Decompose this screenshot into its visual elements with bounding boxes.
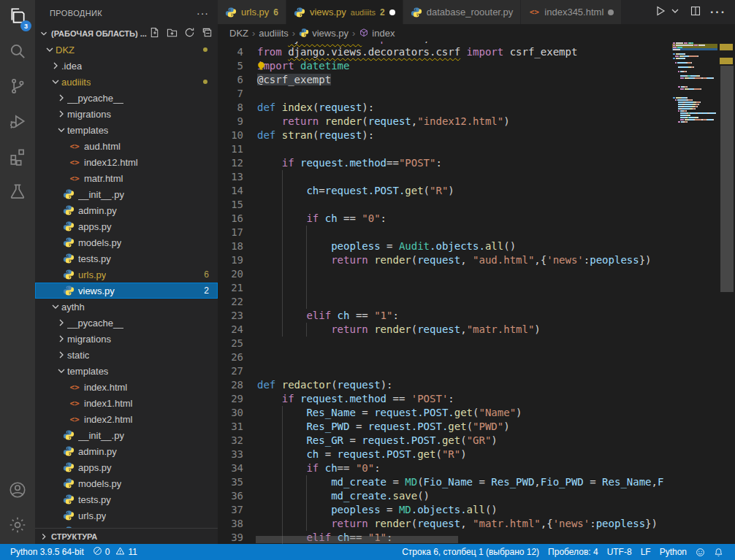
activity-source-control[interactable] xyxy=(0,70,35,105)
tree-file-models-py[interactable]: models.py xyxy=(35,475,218,491)
line-content[interactable]: Res_GR = request.POST.get("GR") xyxy=(243,434,672,448)
cursor-position-status[interactable]: Строка 6, столбец 1 (выбрано 12) xyxy=(397,544,544,560)
tree-folder-aythh[interactable]: aythh xyxy=(35,299,218,315)
line-number[interactable]: 33 xyxy=(218,448,243,461)
line-content[interactable] xyxy=(243,281,672,295)
line-number[interactable]: 19 xyxy=(218,253,243,267)
line-number[interactable]: 24 xyxy=(218,323,243,337)
minimap[interactable] xyxy=(672,42,717,544)
tree-file-models-py[interactable]: models.py xyxy=(35,234,218,250)
code-line-16[interactable]: 16 if ch == "0": xyxy=(218,212,672,226)
line-number[interactable]: 4 xyxy=(218,45,243,59)
tab-urls-py[interactable]: urls.py6 xyxy=(218,0,286,24)
code-line-28[interactable]: 28def redactor(request): xyxy=(218,378,672,392)
activity-search[interactable] xyxy=(0,35,35,70)
line-content[interactable]: from django.views.decorators.csrf import… xyxy=(243,45,672,59)
line-number[interactable]: 16 xyxy=(218,212,243,226)
line-content[interactable]: return render(request,"index12.html") xyxy=(243,115,672,129)
tree-folder-migrations[interactable]: migrations xyxy=(35,106,218,122)
tree-file-apps-py[interactable]: apps.py xyxy=(35,459,218,475)
code-line-31[interactable]: 31 Res_PWD = request.POST.get("PWD") xyxy=(218,420,672,434)
activity-testing[interactable] xyxy=(0,175,35,210)
tree-file-index-html[interactable]: <>index.html xyxy=(35,379,218,395)
line-number[interactable]: 15 xyxy=(218,198,243,212)
tree-file-urls-py[interactable]: urls.py6 xyxy=(35,266,218,283)
tab-views-py[interactable]: views.pyaudiiits2 xyxy=(286,0,403,24)
line-number[interactable]: 23 xyxy=(218,309,243,323)
breadcrumb-item-views-py[interactable]: views.py xyxy=(299,28,349,39)
line-number[interactable]: 31 xyxy=(218,420,243,434)
tree-folder-static[interactable]: static xyxy=(35,347,218,363)
code-line-34[interactable]: 34 if ch== "0": xyxy=(218,461,672,475)
activity-account[interactable] xyxy=(0,474,35,509)
line-content[interactable]: peopless = MD.objects.all() xyxy=(243,503,672,517)
line-content[interactable]: md_create.save() xyxy=(243,489,672,503)
line-content[interactable]: ch = request.POST.get("R") xyxy=(243,448,672,461)
code-line-10[interactable]: 10def stran(request): xyxy=(218,129,672,142)
tree-file--init-py[interactable]: __init__.py xyxy=(35,186,218,202)
line-content[interactable]: return render(request,"matr.html") xyxy=(243,323,672,337)
line-number[interactable]: 26 xyxy=(218,350,243,364)
more-actions-button[interactable]: ··· xyxy=(710,6,726,19)
line-number[interactable]: 21 xyxy=(218,281,243,295)
line-number[interactable]: 6 xyxy=(218,73,243,87)
line-number[interactable]: 11 xyxy=(218,142,243,156)
encoding-status[interactable]: UTF-8 xyxy=(603,544,636,560)
tree-file--init-py[interactable]: __init__.py xyxy=(35,427,218,443)
code-line-4[interactable]: 4from django.views.decorators.csrf impor… xyxy=(218,45,672,59)
line-content[interactable]: return render(request, "matr.html",{'new… xyxy=(243,517,672,531)
code-line-22[interactable]: 22 xyxy=(218,295,672,309)
line-number[interactable]: 29 xyxy=(218,392,243,406)
activity-explorer[interactable]: 3 xyxy=(0,0,35,35)
line-content[interactable]: import datetime xyxy=(243,59,672,73)
line-number[interactable]: 7 xyxy=(218,87,243,101)
line-number[interactable]: 18 xyxy=(218,239,243,253)
split-editor-button[interactable] xyxy=(690,5,701,20)
line-number[interactable]: 12 xyxy=(218,156,243,170)
line-content[interactable]: Res_Name = request.POST.get("Name") xyxy=(243,406,672,420)
tree-file-index12-html[interactable]: <>index12.html xyxy=(35,154,218,170)
code-line-37[interactable]: 37 peopless = MD.objects.all() xyxy=(218,503,672,517)
line-content[interactable]: def index(request): xyxy=(243,101,672,115)
line-number[interactable]: 35 xyxy=(218,475,243,489)
tree-folder-audiiits[interactable]: audiiits xyxy=(35,74,218,90)
line-number[interactable]: 37 xyxy=(218,503,243,517)
python-interpreter-status[interactable]: Python 3.9.5 64-bit xyxy=(6,544,88,560)
code-line-6[interactable]: 6@csrf_exempt xyxy=(218,73,672,87)
line-content[interactable] xyxy=(243,226,672,239)
indentation-status[interactable]: Пробелов: 4 xyxy=(544,544,603,560)
tree-folder--idea[interactable]: .idea xyxy=(35,58,218,74)
horizontal-scrollbar[interactable] xyxy=(256,536,458,543)
code-line-14[interactable]: 14 ch=request.POST.get("R") xyxy=(218,184,672,198)
line-number[interactable]: 14 xyxy=(218,184,243,198)
refresh-button[interactable] xyxy=(183,27,196,40)
code-line-21[interactable]: 21 xyxy=(218,281,672,295)
code-line-18[interactable]: 18 peopless = Audit.objects.all() xyxy=(218,239,672,253)
line-number[interactable]: 22 xyxy=(218,295,243,309)
new-folder-button[interactable] xyxy=(165,27,178,40)
line-content[interactable]: if request.method=="POST": xyxy=(243,156,672,170)
tree-file-apps-py[interactable]: apps.py xyxy=(35,218,218,234)
line-number[interactable]: 25 xyxy=(218,337,243,350)
explorer-more-button[interactable]: ··· xyxy=(197,7,209,19)
activity-run-debug[interactable] xyxy=(0,105,35,140)
code-line-30[interactable]: 30 Res_Name = request.POST.get("Name") xyxy=(218,406,672,420)
breadcrumb-item-audiiits[interactable]: audiiits xyxy=(259,28,288,39)
line-content[interactable]: def stran(request): xyxy=(243,129,672,142)
tree-file-index1-html[interactable]: <>index1.html xyxy=(35,395,218,411)
line-content[interactable]: @csrf_exempt xyxy=(243,73,672,87)
eol-status[interactable]: LF xyxy=(636,544,655,560)
tree-file-urls-py[interactable]: urls.py xyxy=(35,507,218,523)
code-editor[interactable]: 3from aythh.models import MD,Audit4from … xyxy=(218,42,672,544)
vertical-scrollbar[interactable] xyxy=(720,66,734,292)
line-number[interactable]: 17 xyxy=(218,226,243,239)
tab-database-roouter-py[interactable]: database_roouter.py xyxy=(403,0,522,24)
code-line-25[interactable]: 25 xyxy=(218,337,672,350)
lightbulb-icon[interactable] xyxy=(256,61,267,72)
code-line-15[interactable]: 15 xyxy=(218,198,672,212)
tree-folder-migrations[interactable]: migrations xyxy=(35,331,218,347)
line-content[interactable] xyxy=(243,142,672,156)
line-content[interactable]: Res_PWD = request.POST.get("PWD") xyxy=(243,420,672,434)
feedback-icon[interactable] xyxy=(691,544,709,560)
code-line-19[interactable]: 19 return render(request, "aud.html",{'n… xyxy=(218,253,672,267)
